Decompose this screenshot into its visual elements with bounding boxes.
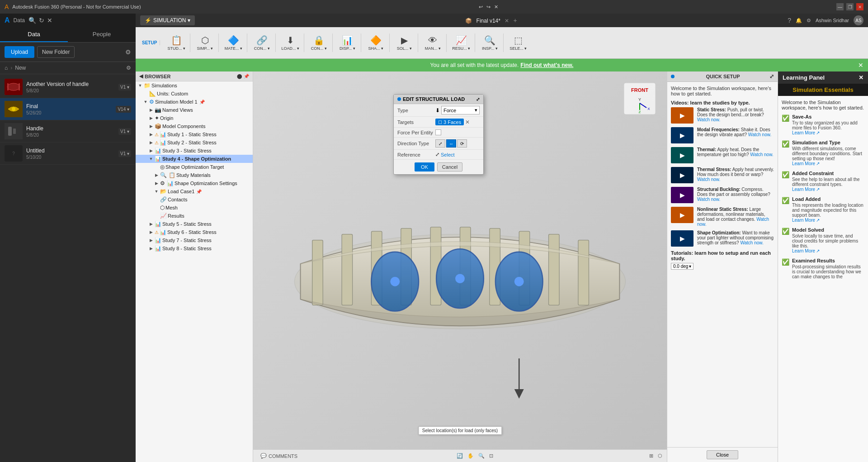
refresh-icon[interactable]: ↻ [39,17,44,24]
tree-item-shape-settings[interactable]: ▶ ⚙ 📊 Shape Optimization Settings [136,179,253,187]
tree-item-study8[interactable]: ▶ 📊 Study 8 - Static Stress [136,244,253,252]
tree-item-study4[interactable]: ▼ 📊 Study 4 - Shape Optimization [136,155,253,163]
tree-item-sim-model[interactable]: ▼ ⚙ Simulation Model 1 📌 [136,98,253,106]
settings-button[interactable]: ⚙ [125,46,131,58]
nav-new[interactable]: New [15,65,26,71]
nav-settings-icon[interactable]: ⚙ [126,65,131,71]
dialog-expand-btn[interactable]: ⤢ [476,97,480,102]
upload-button[interactable]: Upload [5,46,34,58]
window-controls[interactable]: — ❐ ✕ [836,3,863,10]
video-thumb[interactable]: ▶ [671,147,693,163]
tree-item-components[interactable]: ▶ 📦 Model Components [136,122,253,130]
file-item[interactable]: Another Version of handle 5/8/20 V1 ▾ [0,76,136,98]
maximize-btn[interactable]: ❐ [846,3,854,10]
collapse-browser-btn[interactable]: ◀ [139,73,143,79]
results-btn[interactable]: 📈 RESU... ▾ [449,33,473,52]
shape-btn[interactable]: 🔶 SHA... ▾ [364,33,387,52]
watch-link[interactable]: Watch now. [748,132,771,137]
pan-btn[interactable]: ✋ [467,453,474,459]
remove-target-btn[interactable]: ✕ [465,119,470,125]
simulation-dropdown[interactable]: ⚡ SIMULATION ▾ [140,15,195,25]
home-icon[interactable]: ⌂ [5,65,8,71]
close-file-btn[interactable]: ✕ [505,18,509,24]
watch-link[interactable]: Watch now. [697,117,720,122]
learn-more-link[interactable]: Learn More ↗ [792,130,864,135]
tree-item-mesh[interactable]: ⬡ Mesh [136,204,253,212]
ok-button[interactable]: OK [415,162,434,171]
search-icon[interactable]: 🔍 [28,17,36,24]
redo-btn[interactable]: ↪ [486,4,491,10]
learn-more-link[interactable]: Learn More ↗ [792,187,864,192]
user-name[interactable]: Ashwin Sridhar [816,18,849,23]
watch-link[interactable]: Watch now. [697,217,769,227]
qs-expand-btn[interactable]: ⤢ [769,73,774,80]
video-thumb[interactable]: ▶ [671,127,693,143]
video-thumb[interactable]: ▶ [671,107,693,124]
video-thumb[interactable]: ▶ [671,230,693,247]
tree-item-study6[interactable]: ▶ ⚠ 📊 Study 6 - Static Stress [136,228,253,236]
cancel-button[interactable]: Cancel [437,162,462,171]
settings-icon[interactable]: ⚙ [807,18,811,24]
learn-more-link[interactable]: Learn More ↗ [792,161,864,166]
file-item[interactable]: Handle 5/8/20 V1 ▾ [0,120,136,143]
help-icon[interactable]: ? [788,17,791,24]
new-folder-button[interactable]: New Folder [37,46,75,58]
learn-more-link[interactable]: Learn More ↗ [792,248,864,253]
tree-item-results[interactable]: 📈 Results [136,212,253,220]
file-item[interactable]: ? Untitled 5/10/20 V1 ▾ [0,143,136,165]
watch-link[interactable]: Watch now. [750,152,773,157]
tree-item-load-case[interactable]: ▼ 📂 Load Case1 📌 [136,187,253,195]
grid-btn[interactable]: ⊞ [649,453,653,459]
deg-input[interactable]: 0.0 deg ▾ [671,263,693,270]
minimize-btn[interactable]: — [836,3,844,10]
constraints-btn[interactable]: 🔗 CON... ▾ [250,33,274,52]
notification-link[interactable]: Find out what's new. [520,62,573,68]
user-label[interactable]: Data [14,17,25,24]
orbit-btn[interactable]: 🔄 [457,453,463,459]
view-cube-btn[interactable]: ⬡ [658,453,662,459]
type-select-dropdown[interactable]: Force ▾ [441,106,480,114]
close-doc-btn[interactable]: ✕ [494,4,498,10]
select-btn[interactable]: ⬚ SELE... ▾ [506,33,530,52]
tree-item-study1[interactable]: ▶ ⚠ 📊 Study 1 - Static Stress [136,130,253,138]
tree-item-study5[interactable]: ▶ 📊 Study 5 - Static Stress [136,220,253,228]
new-tab-btn[interactable]: + [514,17,517,24]
watch-link[interactable]: Watch now. [697,177,720,182]
close-btn[interactable]: ✕ [856,3,863,10]
notification-icon[interactable]: 🔔 [796,18,802,24]
watch-link[interactable]: Watch now. [740,240,763,245]
tree-item-shape-target[interactable]: ◎ Shape Optimization Target [136,163,253,171]
contacts-btn[interactable]: 🔒 CON... ▾ [307,33,330,52]
dir-btn-3[interactable]: ⟳ [457,139,467,148]
tree-item-study7[interactable]: ▶ 📊 Study 7 - Static Stress [136,236,253,244]
zoom-btn[interactable]: 🔍 [478,453,485,459]
force-per-entity-checkbox[interactable] [435,129,441,135]
solve-btn[interactable]: ▶ SOL... ▾ [392,33,416,52]
lp-close-btn[interactable]: ✕ [859,74,863,81]
undo-btn[interactable]: ↩ [479,4,483,10]
video-thumb[interactable]: ▶ [671,207,693,223]
dir-btn-2[interactable]: ↔ [446,139,456,148]
video-thumb[interactable]: ▶ [671,187,693,203]
reference-select-btn[interactable]: Select [441,152,455,157]
simplify-btn[interactable]: ⬡ SIMP... ▾ [193,33,217,52]
tree-item-contacts[interactable]: 🔗 Contacts [136,195,253,204]
tree-item-study2[interactable]: ▶ ⚠ 📊 Study 2 - Static Stress [136,138,253,147]
tree-item-simulations[interactable]: ▼ 📁 Simulations [136,81,253,90]
close-sidebar-btn[interactable]: ✕ [47,17,52,24]
tree-item-named-views[interactable]: ▶ 📷 Named Views [136,106,253,114]
file-item[interactable]: Final 5/26/20 V14 ▾ [0,98,136,120]
tree-item-origin[interactable]: ▶ ✦ Origin [136,114,253,122]
tab-data[interactable]: Data [0,27,68,42]
user-avatar[interactable]: AS [854,15,863,25]
tab-people[interactable]: People [68,27,136,42]
tree-item-study3[interactable]: ▶ 📊 Study 3 - Static Stress [136,147,253,155]
browser-pin-btn[interactable]: 📌 [244,74,249,79]
learn-more-link[interactable]: Learn More ↗ [792,218,864,223]
tree-item-units[interactable]: 📐 Units: Custom [136,90,253,98]
material-btn[interactable]: 🔷 MATE... ▾ [222,33,245,52]
viewport[interactable]: FRONT Y Z X Select location(s) for load … [253,71,667,462]
study-btn[interactable]: 📋 STUD... ▾ [165,33,188,52]
tree-item-study-materials[interactable]: ▶ 🔍 📋 Study Materials [136,171,253,179]
notification-close[interactable]: ✕ [858,62,863,69]
